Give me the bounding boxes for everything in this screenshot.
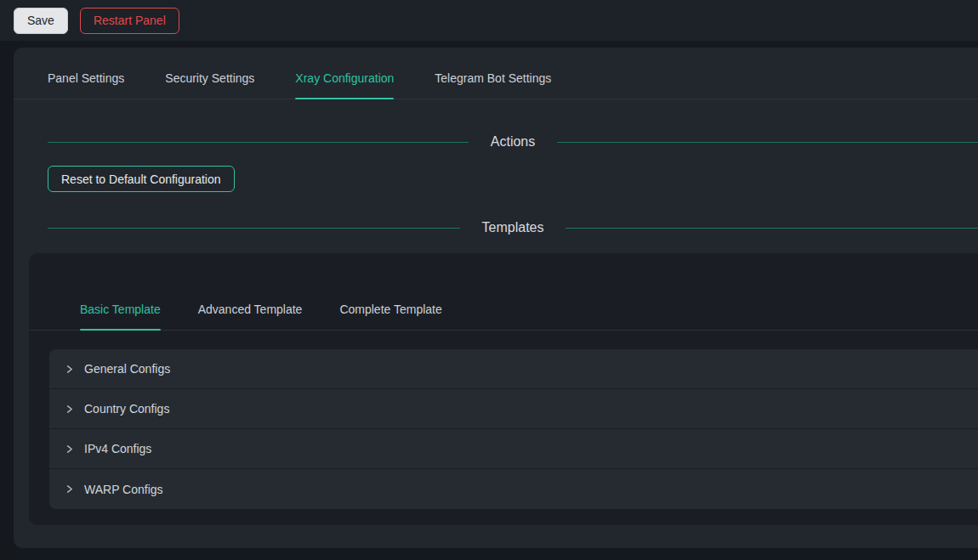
divider-line <box>48 142 469 143</box>
templates-divider-label: Templates <box>460 218 566 238</box>
actions-divider: Actions <box>14 132 978 152</box>
tab-panel-settings[interactable]: Panel Settings <box>48 70 124 99</box>
top-action-bar: Save Restart Panel <box>0 0 978 41</box>
collapse-ipv4-configs[interactable]: IPv4 Configs <box>49 429 978 469</box>
collapse-item-label: IPv4 Configs <box>84 442 151 455</box>
restart-panel-button[interactable]: Restart Panel <box>80 8 179 34</box>
chevron-right-icon <box>64 484 74 495</box>
divider-line <box>566 228 978 229</box>
collapse-warp-configs[interactable]: WARP Configs <box>49 469 978 509</box>
tab-advanced-template[interactable]: Advanced Template <box>198 301 303 330</box>
templates-tabbar: Basic Template Advanced Template Complet… <box>29 301 978 331</box>
chevron-right-icon <box>64 444 74 454</box>
collapse-item-label: WARP Configs <box>84 483 163 496</box>
tab-complete-template[interactable]: Complete Template <box>339 301 441 330</box>
chevron-right-icon <box>64 404 74 414</box>
tab-xray-configuration[interactable]: Xray Configuration <box>295 70 394 99</box>
save-button[interactable]: Save <box>14 8 68 34</box>
templates-divider: Templates <box>14 218 978 238</box>
collapse-general-configs[interactable]: General Configs <box>49 349 978 389</box>
divider-line <box>48 228 460 229</box>
collapse-item-label: Country Configs <box>84 402 169 416</box>
collapse-item-label: General Configs <box>84 362 170 376</box>
actions-row: Reset to Default Configuration <box>48 166 978 192</box>
actions-divider-label: Actions <box>469 132 557 152</box>
tab-basic-template[interactable]: Basic Template <box>80 301 161 330</box>
tab-security-settings[interactable]: Security Settings <box>165 70 254 99</box>
templates-card: Basic Template Advanced Template Complet… <box>29 253 978 525</box>
reset-default-config-button[interactable]: Reset to Default Configuration <box>48 166 235 192</box>
settings-card: Panel Settings Security Settings Xray Co… <box>14 48 978 548</box>
chevron-right-icon <box>64 364 74 374</box>
settings-tabbar: Panel Settings Security Settings Xray Co… <box>14 70 978 99</box>
config-collapse-list: General Configs Country Configs IPv4 Con… <box>49 349 978 509</box>
collapse-country-configs[interactable]: Country Configs <box>49 389 978 429</box>
tab-telegram-bot-settings[interactable]: Telegram Bot Settings <box>435 70 551 99</box>
divider-line <box>557 142 978 143</box>
